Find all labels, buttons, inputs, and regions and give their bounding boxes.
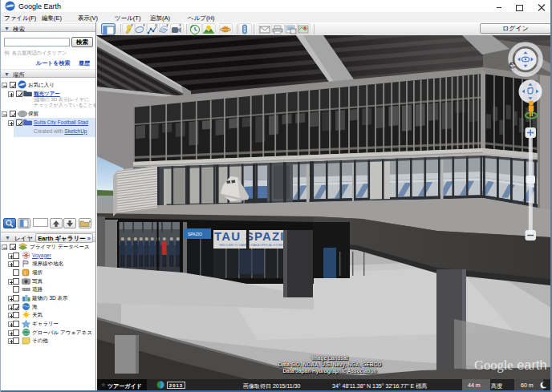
svg-text:TAU SPAZIO: TAU SPAZIO	[214, 229, 295, 243]
svg-text:SPAZIO: SPAZIO	[188, 232, 202, 236]
